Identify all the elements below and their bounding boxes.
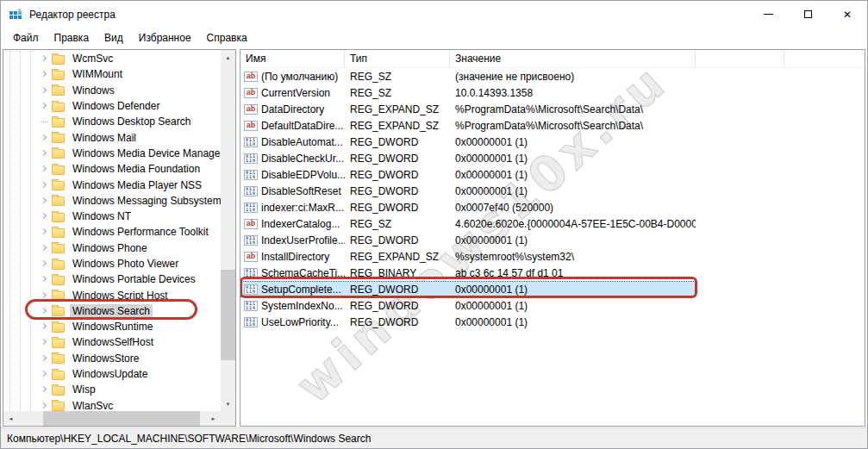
menu-item-0[interactable]: Файл — [5, 29, 47, 47]
expander-icon[interactable] — [40, 228, 48, 236]
value-type: REG_BINARY — [350, 267, 416, 279]
horizontal-scroll-thumb[interactable] — [43, 411, 200, 426]
minimize-button[interactable] — [748, 1, 788, 28]
expander-icon[interactable] — [40, 244, 48, 253]
expander-icon[interactable] — [40, 196, 48, 205]
menu-item-2[interactable]: Вид — [97, 29, 131, 47]
registry-value-row[interactable]: ab CurrentVersion REG_SZ 10.0.14393.1358 — [240, 84, 696, 101]
value-data: 4.6020e.6020e.{0000004A-57EE-1E5C-00B4-D… — [455, 218, 696, 230]
scroll-left-icon[interactable]: ◄ — [3, 411, 18, 426]
value-name: DefaultDataDire... — [261, 120, 343, 132]
tree-item-8[interactable]: Windows Media Player NSS — [3, 177, 221, 192]
expander-icon[interactable] — [40, 275, 48, 284]
registry-value-row[interactable]: ab IndexerCatalog... REG_SZ 4.6020e.6020… — [240, 215, 696, 232]
tree-item-label: Wisp — [70, 383, 98, 396]
expander-icon[interactable] — [40, 86, 48, 95]
value-data: 0x00000001 (1) — [455, 316, 528, 328]
window-controls: ✕ — [748, 1, 867, 28]
close-button[interactable]: ✕ — [827, 1, 867, 28]
value-data: %ProgramData%\Microsoft\Search\Data\ — [455, 103, 643, 115]
tree-item-18[interactable]: WindowsSelfHost — [3, 334, 221, 350]
value-data: (значение не присвоено) — [455, 71, 574, 83]
tree-item-12[interactable]: Windows Phone — [3, 240, 221, 256]
tree-item-19[interactable]: WindowsStore — [3, 351, 221, 366]
expander-icon[interactable] — [40, 181, 48, 190]
tree-item-14[interactable]: Windows Portable Devices — [3, 271, 221, 287]
tree-item-3[interactable]: Windows Defender — [3, 98, 221, 114]
expander-icon[interactable] — [40, 134, 48, 142]
registry-value-row[interactable]: 011110 UseLowPriority... REG_DWORD 0x000… — [240, 314, 696, 330]
tree-item-4[interactable]: Windows Desktop Search — [3, 114, 221, 129]
tree-item-20[interactable]: WindowsUpdate — [3, 366, 221, 382]
value-name: DataDirectory — [261, 103, 324, 115]
folder-icon — [52, 149, 65, 159]
tree-item-0[interactable]: WcmSvc — [3, 51, 221, 66]
registry-value-row[interactable]: 011110 DisableAutomat... REG_DWORD 0x000… — [240, 134, 696, 150]
tree-horizontal-scrollbar[interactable]: ◄ ► — [3, 411, 221, 426]
registry-value-row[interactable]: 011110 indexer:ci:MaxR... REG_DWORD 0x00… — [240, 199, 696, 215]
registry-value-row[interactable]: 011110 SystemIndexNo... REG_DWORD 0x0000… — [240, 297, 696, 314]
tree-item-15[interactable]: Windows Script Host — [3, 287, 221, 302]
registry-values-pane: windows10x.ru Имя Тип Значение ab (По ум… — [240, 49, 865, 427]
tree-vertical-scrollbar[interactable]: ▲ ▼ — [221, 50, 235, 411]
registry-value-row[interactable]: 011110 DisableSoftReset REG_DWORD 0x0000… — [240, 183, 696, 199]
registry-value-row[interactable]: 011110 DisableEDPVolu... REG_DWORD 0x000… — [240, 166, 696, 183]
expander-icon[interactable] — [40, 54, 48, 63]
column-header-value[interactable]: Значение — [450, 50, 696, 67]
expander-icon[interactable] — [40, 338, 48, 346]
expander-icon[interactable] — [40, 102, 48, 110]
menu-item-4[interactable]: Справка — [199, 29, 255, 47]
expander-icon[interactable] — [40, 291, 48, 300]
expander-icon[interactable] — [40, 402, 48, 410]
registry-value-row[interactable]: ab InstallDirectory REG_EXPAND_SZ %syste… — [240, 248, 696, 265]
tree-item-16[interactable]: Windows Search — [3, 303, 221, 319]
expander-icon[interactable] — [40, 307, 48, 315]
value-data: 0x00000001 (1) — [455, 136, 528, 148]
expander-icon[interactable] — [40, 117, 48, 126]
expander-icon[interactable] — [40, 70, 48, 78]
tree-item-1[interactable]: WIMMount — [3, 66, 221, 82]
registry-value-row[interactable]: ab (По умолчанию) REG_SZ (значение не пр… — [240, 68, 696, 84]
registry-value-row[interactable]: 011110 IndexUserProfile... REG_DWORD 0x0… — [240, 232, 696, 248]
scroll-down-icon[interactable]: ▼ — [221, 396, 235, 411]
tree-item-10[interactable]: Windows NT — [3, 209, 221, 224]
registry-value-row[interactable]: 011110 SetupComplete... REG_DWORD 0x0000… — [240, 281, 696, 297]
folder-icon — [52, 307, 65, 316]
registry-value-row[interactable]: 011110 DisableCheckUr... REG_DWORD 0x000… — [240, 150, 696, 166]
menu-item-3[interactable]: Избранное — [131, 29, 199, 47]
expander-icon[interactable] — [40, 322, 48, 331]
registry-value-row[interactable]: ab DataDirectory REG_EXPAND_SZ %ProgramD… — [240, 101, 696, 117]
expander-icon[interactable] — [40, 165, 48, 173]
tree-item-7[interactable]: Windows Media Foundation — [3, 161, 221, 177]
expander-icon[interactable] — [40, 149, 48, 158]
tree-item-21[interactable]: Wisp — [3, 382, 221, 397]
scroll-up-icon[interactable]: ▲ — [221, 50, 235, 65]
tree-item-13[interactable]: Windows Photo Viewer — [3, 256, 221, 271]
maximize-button[interactable] — [788, 1, 827, 28]
column-header-name[interactable]: Имя — [240, 50, 345, 67]
registry-value-row[interactable]: 011110 SchemaCacheTi... REG_BINARY ab c3… — [240, 265, 696, 281]
registry-value-row[interactable]: ab DefaultDataDire... REG_EXPAND_SZ %Pro… — [240, 117, 696, 134]
value-name: DisableSoftReset — [261, 185, 341, 197]
tree-item-2[interactable]: Windows — [3, 83, 221, 98]
tree-item-11[interactable]: Windows Performance Toolkit — [3, 224, 221, 240]
expander-icon[interactable] — [40, 385, 48, 394]
tree-item-17[interactable]: WindowsRuntime — [3, 319, 221, 334]
column-header-type[interactable]: Тип — [345, 50, 450, 67]
menu-bar: ФайлПравкаВидИзбранноеСправка — [1, 28, 867, 47]
tree-item-9[interactable]: Windows Messaging Subsystem — [3, 193, 221, 209]
vertical-scroll-thumb[interactable] — [221, 270, 235, 360]
expander-icon[interactable] — [40, 212, 48, 221]
scroll-right-icon[interactable]: ► — [206, 411, 221, 426]
folder-icon — [52, 354, 65, 364]
tree-item-6[interactable]: Windows Media Device Manage — [3, 146, 221, 161]
tree-item-22[interactable]: WlanSvc — [3, 398, 221, 411]
expander-icon[interactable] — [40, 259, 48, 268]
folder-icon — [52, 371, 65, 380]
tree-item-5[interactable]: Windows Mail — [3, 129, 221, 145]
expander-icon[interactable] — [40, 370, 48, 378]
menu-item-1[interactable]: Правка — [47, 29, 97, 47]
value-type: REG_SZ — [350, 218, 391, 230]
folder-icon — [52, 291, 65, 301]
expander-icon[interactable] — [40, 354, 48, 363]
